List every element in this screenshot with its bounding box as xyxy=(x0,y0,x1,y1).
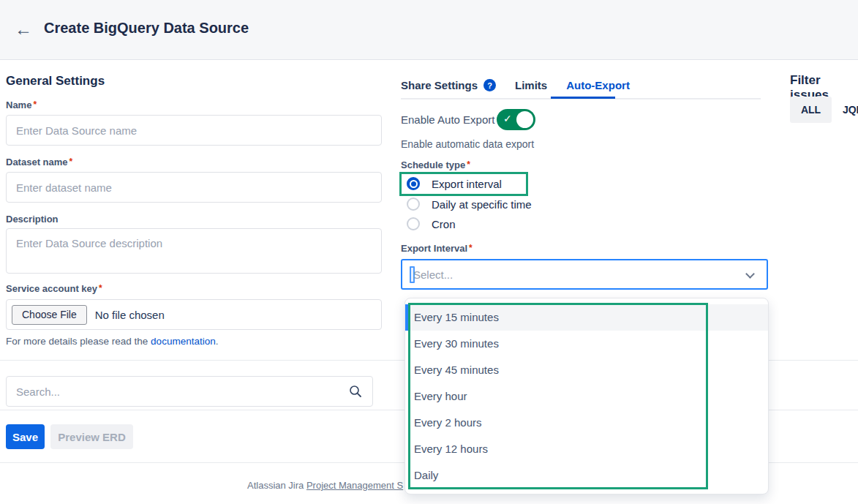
search-field xyxy=(6,376,373,407)
documentation-link[interactable]: documentation xyxy=(151,336,216,347)
general-settings-heading: General Settings xyxy=(6,74,105,89)
dataset-name-input[interactable] xyxy=(6,172,382,203)
radio-export-interval-label: Export interval xyxy=(432,178,502,190)
choose-file-button[interactable]: Choose File xyxy=(12,305,87,325)
dropdown-option-every-12-hours[interactable]: Every 12 hours xyxy=(405,436,768,462)
schedule-type-label-text: Schedule type xyxy=(401,159,465,170)
service-account-key-file-field[interactable]: Choose File No file chosen xyxy=(6,299,382,330)
filter-tab-all[interactable]: ALL xyxy=(790,97,832,123)
page-header: ← Create BigQuery Data Source xyxy=(0,0,858,60)
toggle-knob xyxy=(516,111,533,128)
settings-tabs: Share Settings ? Limits Auto-Export xyxy=(401,79,630,91)
dropdown-option-every-45-minutes[interactable]: Every 45 minutes xyxy=(405,357,768,383)
enable-auto-export-label: Enable Auto Export xyxy=(401,113,494,126)
radio-unselected-icon xyxy=(407,198,420,211)
file-chosen-status: No file chosen xyxy=(95,309,165,321)
search-icon[interactable] xyxy=(349,385,362,398)
enable-auto-export-toggle[interactable]: ✓ xyxy=(497,109,535,130)
select-placeholder: Select... xyxy=(413,268,453,281)
radio-daily-specific-time-label: Daily at specific time xyxy=(432,198,532,211)
radio-selected-icon xyxy=(407,177,420,190)
name-label-text: Name xyxy=(6,99,31,110)
documentation-note: For more details please read the documen… xyxy=(6,336,218,347)
footer-credit-prefix: Atlassian Jira xyxy=(247,480,306,491)
tab-share-settings[interactable]: Share Settings xyxy=(401,79,478,91)
dataset-name-label: Dataset name* xyxy=(6,157,72,168)
save-button[interactable]: Save xyxy=(6,424,45,449)
required-marker: * xyxy=(69,157,73,167)
dropdown-option-every-2-hours[interactable]: Every 2 hours xyxy=(405,410,768,436)
documentation-note-suffix: . xyxy=(216,336,219,347)
documentation-note-prefix: For more details please read the xyxy=(6,336,151,347)
export-interval-dropdown: Every 15 minutes Every 30 minutes Every … xyxy=(404,298,769,494)
required-marker: * xyxy=(33,99,37,110)
preview-erd-button[interactable]: Preview ERD xyxy=(50,424,133,449)
filter-tab-jql[interactable]: JQL xyxy=(832,97,858,123)
export-interval-label-text: Export Interval xyxy=(401,243,467,254)
dataset-name-label-text: Dataset name xyxy=(6,157,68,168)
footer-credit: Atlassian Jira Project Management S xyxy=(247,480,403,491)
service-account-key-label: Service account key* xyxy=(6,283,102,294)
required-marker: * xyxy=(467,159,470,170)
required-marker: * xyxy=(469,243,473,253)
description-label: Description xyxy=(6,214,59,225)
radio-cron[interactable]: Cron xyxy=(407,217,456,230)
filter-issues-segmented-control: ALL JQL xyxy=(790,97,858,123)
radio-cron-label: Cron xyxy=(432,218,456,230)
dropdown-option-every-15-minutes[interactable]: Every 15 minutes xyxy=(405,304,768,331)
create-bigquery-data-source-page: ← Create BigQuery Data Source General Se… xyxy=(0,0,858,504)
radio-daily-specific-time[interactable]: Daily at specific time xyxy=(407,198,532,211)
export-interval-label: Export Interval* xyxy=(401,243,473,254)
service-account-key-label-text: Service account key xyxy=(6,283,97,294)
option-focus-bar xyxy=(405,304,408,331)
required-marker: * xyxy=(99,283,102,293)
active-tab-indicator xyxy=(551,97,615,99)
chevron-down-icon xyxy=(745,269,755,279)
dropdown-option-daily[interactable]: Daily xyxy=(405,462,768,489)
tab-limits[interactable]: Limits xyxy=(515,79,547,91)
radio-unselected-icon xyxy=(407,217,420,230)
radio-export-interval[interactable]: Export interval xyxy=(407,177,502,190)
name-input[interactable] xyxy=(6,115,382,146)
page-title: Create BigQuery Data Source xyxy=(44,20,249,37)
help-icon[interactable]: ? xyxy=(483,79,496,91)
toggle-check-icon: ✓ xyxy=(503,113,512,124)
tab-auto-export[interactable]: Auto-Export xyxy=(566,79,630,91)
search-input[interactable] xyxy=(7,385,349,398)
dropdown-option-every-hour[interactable]: Every hour xyxy=(405,383,768,410)
export-interval-select[interactable]: Select... xyxy=(401,259,768,290)
dropdown-option-every-30-minutes[interactable]: Every 30 minutes xyxy=(405,331,768,357)
description-textarea[interactable] xyxy=(6,228,382,274)
name-label: Name* xyxy=(6,99,37,110)
schedule-type-label: Schedule type* xyxy=(401,159,470,170)
auto-export-help-text: Enable automatic data export xyxy=(401,138,534,150)
back-arrow-icon[interactable]: ← xyxy=(12,18,35,41)
footer-project-management-link[interactable]: Project Management S xyxy=(306,480,403,491)
